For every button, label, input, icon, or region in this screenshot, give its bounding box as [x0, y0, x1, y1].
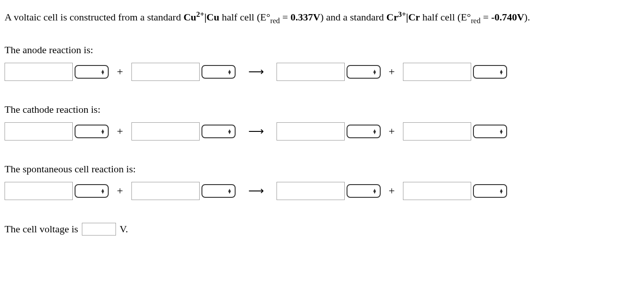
- stepper-arrows-icon: ▲▼: [227, 70, 232, 74]
- spont-species-1-input[interactable]: [5, 182, 73, 200]
- metal2: Cr: [408, 11, 420, 23]
- cathode-coeff-2-stepper[interactable]: ▲▼: [201, 125, 236, 138]
- spont-coeff-2-stepper[interactable]: ▲▼: [201, 184, 236, 198]
- cathode-species-2-input[interactable]: [131, 122, 200, 140]
- plus-symbol: +: [389, 65, 395, 78]
- voltage-row: The cell voltage is V.: [5, 223, 639, 236]
- stepper-arrows-icon: ▲▼: [372, 129, 377, 134]
- stepper-arrows-icon: ▲▼: [372, 70, 377, 74]
- anode-coeff-3-stepper[interactable]: ▲▼: [347, 65, 381, 79]
- val1: 0.337V: [291, 11, 320, 23]
- ion1-element: Cu: [183, 11, 196, 23]
- cathode-coeff-3-stepper[interactable]: ▲▼: [347, 125, 381, 138]
- arrow-symbol: ⟶: [248, 125, 264, 138]
- ion2-element: Cr: [387, 11, 398, 23]
- intro-text-1: A voltaic cell is constructed from a sta…: [5, 11, 183, 23]
- intro-text-2: half cell (E°: [219, 11, 270, 23]
- anode-label: The anode reaction is:: [5, 44, 639, 56]
- cathode-label: The cathode reaction is:: [5, 104, 639, 115]
- sub-red-1: red: [270, 16, 280, 25]
- spont-coeff-4-stepper[interactable]: ▲▼: [473, 184, 507, 198]
- plus-symbol: +: [117, 185, 123, 197]
- spont-species-4-input[interactable]: [403, 182, 471, 200]
- stepper-arrows-icon: ▲▼: [499, 189, 503, 193]
- voltage-unit: V.: [120, 223, 128, 235]
- plus-symbol: +: [117, 125, 123, 137]
- ion1-charge: 2+: [196, 10, 205, 19]
- arrow-symbol: ⟶: [248, 185, 264, 197]
- spont-coeff-1-stepper[interactable]: ▲▼: [75, 184, 109, 198]
- anode-species-2-input[interactable]: [131, 63, 200, 81]
- stepper-arrows-icon: ▲▼: [499, 70, 503, 74]
- spontaneous-equation-row: ▲▼ + ▲▼ ⟶ ▲▼ + ▲▼: [5, 182, 639, 200]
- intro-text-3: ) and a standard: [320, 11, 386, 23]
- eq1: =: [280, 11, 290, 23]
- cathode-equation-row: ▲▼ + ▲▼ ⟶ ▲▼ + ▲▼: [5, 122, 639, 140]
- anode-equation-row: ▲▼ + ▲▼ ⟶ ▲▼ + ▲▼: [5, 63, 639, 81]
- cathode-species-4-input[interactable]: [403, 122, 471, 140]
- anode-coeff-4-stepper[interactable]: ▲▼: [473, 65, 507, 79]
- cathode-coeff-1-stepper[interactable]: ▲▼: [75, 125, 109, 138]
- spont-species-2-input[interactable]: [131, 182, 200, 200]
- spont-species-3-input[interactable]: [277, 182, 345, 200]
- stepper-arrows-icon: ▲▼: [499, 129, 503, 134]
- problem-statement: A voltaic cell is constructed from a sta…: [5, 9, 639, 26]
- plus-symbol: +: [389, 125, 395, 137]
- intro-text-4: half cell (E°: [420, 11, 471, 23]
- stepper-arrows-icon: ▲▼: [101, 70, 105, 74]
- stepper-arrows-icon: ▲▼: [101, 189, 105, 193]
- anode-coeff-1-stepper[interactable]: ▲▼: [75, 65, 109, 79]
- intro-text-5: ).: [524, 11, 530, 23]
- stepper-arrows-icon: ▲▼: [227, 189, 232, 193]
- anode-coeff-2-stepper[interactable]: ▲▼: [201, 65, 236, 79]
- ion2-charge: 3+: [398, 10, 406, 19]
- sub-red-2: red: [471, 16, 480, 25]
- metal1: Cu: [206, 11, 219, 23]
- cathode-species-3-input[interactable]: [277, 122, 345, 140]
- eq2: =: [480, 11, 491, 23]
- stepper-arrows-icon: ▲▼: [101, 129, 105, 134]
- plus-symbol: +: [117, 65, 123, 78]
- voltage-prefix: The cell voltage is: [5, 223, 78, 235]
- voltage-input[interactable]: [82, 223, 116, 236]
- stepper-arrows-icon: ▲▼: [227, 129, 232, 134]
- arrow-symbol: ⟶: [248, 65, 264, 78]
- stepper-arrows-icon: ▲▼: [372, 189, 377, 193]
- spont-coeff-3-stepper[interactable]: ▲▼: [347, 184, 381, 198]
- spontaneous-label: The spontaneous cell reaction is:: [5, 163, 639, 175]
- cathode-species-1-input[interactable]: [5, 122, 73, 140]
- anode-species-3-input[interactable]: [277, 63, 345, 81]
- cathode-coeff-4-stepper[interactable]: ▲▼: [473, 125, 507, 138]
- val2: -0.740V: [491, 11, 524, 23]
- anode-species-1-input[interactable]: [5, 63, 73, 81]
- plus-symbol: +: [389, 185, 395, 197]
- anode-species-4-input[interactable]: [403, 63, 471, 81]
